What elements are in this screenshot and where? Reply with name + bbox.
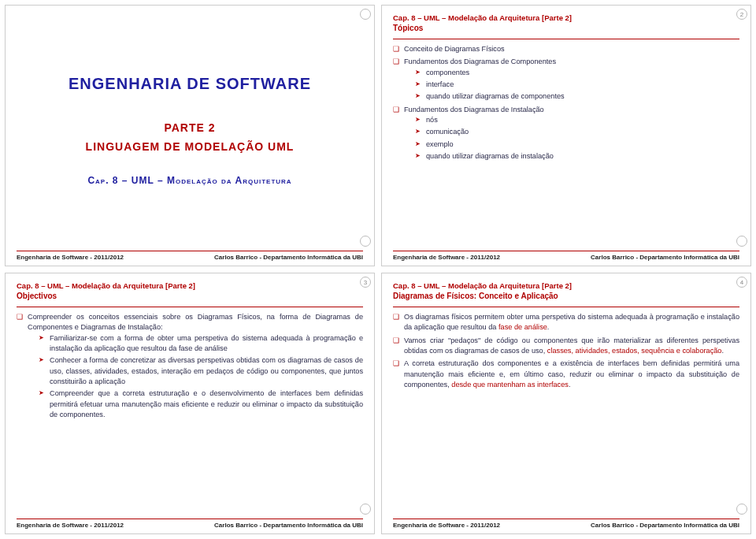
slide-footer: Engenharia de Software - 2011/2012 Carlo… [17,251,363,261]
separator [393,39,739,39]
footer-left: Engenharia de Software - 2011/2012 [393,522,500,529]
list-item: comunicação [415,127,739,137]
list-item: Conceito de Diagramas Físicos [393,44,739,54]
chapter-header: Cap. 8 – UML – Modelação da Arquitetura … [393,281,739,290]
slide-footer: Engenharia de Software - 2011/2012 Carlo… [17,519,363,529]
slide-footer: Engenharia de Software - 2011/2012 Carlo… [393,251,739,261]
footer-right: Carlos Barrico - Departamento Informátic… [214,522,363,529]
footer-right: Carlos Barrico - Departamento Informátic… [591,522,739,529]
title-block: ENGENHARIA DE SOFTWARE PARTE 2 LINGUAGEM… [17,13,363,247]
list-item: nós [415,115,739,125]
slide-4-concepts: 4 Cap. 8 – UML – Modelação da Arquitetur… [381,273,751,534]
language-label: LINGUAGEM DE MODELAÇÃO UML [86,140,295,153]
topic-list: Compreender os conceitos essenciais sobr… [17,312,363,420]
list-item: quando utilizar diagramas de instalação [415,151,739,162]
separator [393,307,739,307]
slide-subtitle: Diagramas de Físicos: Conceito e Aplicaç… [393,292,739,300]
course-title: ENGENHARIA DE SOFTWARE [69,75,311,93]
list-item: Conhecer a forma de concretizar as diver… [39,355,363,387]
list-item: componentes [415,68,739,78]
slide-content: Compreender os conceitos essenciais sobr… [17,312,363,515]
sub-list: nós comunicação exemplo quando utilizar … [404,115,739,162]
slide-2-topics: 2 Cap. 8 – UML – Modelação da Arquitetur… [381,5,751,266]
sub-list: Familiarizar-se com a forma de obter uma… [28,333,363,421]
footer-left: Engenharia de Software - 2011/2012 [17,522,124,529]
slide-3-objectives: 3 Cap. 8 – UML – Modelação da Arquitetur… [5,273,375,534]
chapter-header: Cap. 8 – UML – Modelação da Arquitetura … [17,281,363,290]
list-item: Compreender que a correta estruturação e… [39,388,363,420]
page-number: 3 [360,277,371,288]
page-number: 4 [736,277,747,288]
list-item: Fundamentos dos Diagramas de Instalação … [393,105,739,162]
list-item: Fundamentos dos Diagramas de Componentes… [393,57,739,102]
footer-right: Carlos Barrico - Departamento Informátic… [214,254,363,261]
chapter-header: Cap. 8 – UML – Modelação da Arquitetura … [393,13,739,22]
part-label: PARTE 2 [164,121,215,134]
topic-list: Conceito de Diagramas Físicos Fundamento… [393,44,739,162]
slide-content: Conceito de Diagramas Físicos Fundamento… [393,44,739,247]
page-number: 2 [736,9,747,20]
list-item: exemplo [415,139,739,150]
list-item: Os diagramas físicos permitem obter uma … [393,312,739,333]
footer-right: Carlos Barrico - Departamento Informátic… [591,254,739,261]
list-item: Compreender os conceitos essenciais sobr… [17,312,363,420]
slide-subtitle: Tópicos [393,24,739,32]
slide-subtitle: Objectivos [17,292,363,300]
list-item: A correta estruturação dos componentes e… [393,359,739,390]
list-item: Vamos criar "pedaços" de código ou compo… [393,336,739,357]
list-item: interface [415,80,739,90]
list-item: Familiarizar-se com a forma de obter uma… [39,333,363,355]
list-item: quando utilizar diagramas de componentes [415,91,739,102]
sub-list: componentes interface quando utilizar di… [404,68,739,102]
topic-list: Os diagramas físicos permitem obter uma … [393,312,739,390]
slide-1-title: ENGENHARIA DE SOFTWARE PARTE 2 LINGUAGEM… [5,5,375,266]
slide-footer: Engenharia de Software - 2011/2012 Carlo… [393,519,739,529]
footer-left: Engenharia de Software - 2011/2012 [393,254,500,261]
separator [17,307,363,307]
footer-left: Engenharia de Software - 2011/2012 [17,254,124,261]
chapter-label: Cap. 8 – UML – Modelação da Arquitetura [87,175,291,186]
slide-content: Os diagramas físicos permitem obter uma … [393,312,739,515]
